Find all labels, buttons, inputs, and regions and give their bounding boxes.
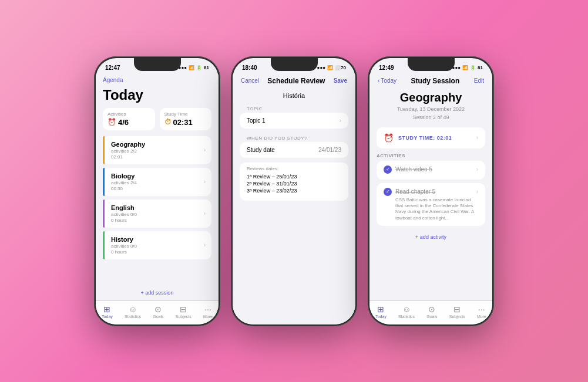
cancel-button[interactable]: Cancel [241,77,259,84]
eng-name: English [111,204,199,211]
time-3: 12:49 [379,65,394,71]
back-button[interactable]: ‹ Today [378,77,397,84]
bio-info: Biology activities 2/4 00:30 [109,173,199,191]
subject-geography[interactable]: Geography activities 2/2 02:01 › [103,136,211,164]
today-title: Today [96,87,219,108]
tab-stats-1[interactable]: ☺ Statistics [125,305,141,319]
tab-more-label-1: More [203,315,213,319]
activities-title: ACTIVITIES [377,153,485,158]
study-time-label: STUDY TIME: 02:01 [398,135,472,141]
study-date-section: Study date 24/01/23 [240,142,348,158]
geo-chevron: › [204,147,206,153]
status-icons-1: ●●● 📶 🔋 81 [179,65,209,70]
hist-detail1: activities 0/0 [111,244,199,249]
hist-bar [103,231,105,259]
save-button[interactable]: Save [334,77,347,84]
tab-subjects-3[interactable]: ⊟ Subjects [449,305,465,319]
tab-stats-3[interactable]: ☺ Statistics [398,305,415,319]
add-activity-button[interactable]: + add activity [377,229,485,245]
battery-value-3: 81 [478,65,483,70]
tab-stats-label-1: Statistics [125,315,141,319]
tab-today-icon-1: ⊞ [103,305,110,314]
tab-subjects-1[interactable]: ⊟ Subjects [176,305,191,319]
topic-row[interactable]: Topic 1 › [240,113,348,129]
tab-subjects-label-1: Subjects [176,315,191,319]
activities-label: Activities [107,111,150,117]
study-session-title: Study Session [411,77,460,85]
eng-bar [103,200,105,228]
geo-name: Geography [111,141,199,148]
eng-detail1: activities 0/0 [111,212,199,217]
study-date-value: 24/01/23 [318,147,341,153]
study-date-label: Study date [247,147,275,153]
phone-1: 12:47 ●●● 📶 🔋 81 Agenda Today Activities… [94,56,220,326]
subject-history[interactable]: History activities 0/0 0 hours › [103,231,211,259]
add-session-button[interactable]: + add session [96,285,219,300]
schedule-title: Schedule Review [267,77,325,85]
geo-info: Geography activities 2/2 02:01 [109,141,199,160]
geo-detail2: 02:01 [111,154,199,160]
tab-more-label-3: More [477,315,486,319]
activity-2-card[interactable]: ✓ Read chapter 5 › CSS Baltic was a case… [377,183,485,227]
check-icon-1: ✓ [384,165,392,174]
hist-info: History activities 0/0 0 hours [109,236,199,255]
activities-section: ACTIVITIES ✓ Watch video 5 › ✓ Read [377,153,485,300]
activity-2-row: ✓ Read chapter 5 › [384,188,478,196]
tab-goals-label-3: Goals [426,315,437,319]
activities-stat: Activities ⏰ 4/6 [103,108,155,130]
geo-main-title: Geography [369,91,492,104]
study-time-icon: ⏱ [164,118,172,126]
hist-name: History [111,236,199,243]
edit-button[interactable]: Edit [474,77,484,84]
tab-today-1[interactable]: ⊞ Today [102,305,113,319]
tab-more-3[interactable]: ··· More [477,305,486,319]
time-2: 18:40 [242,65,257,71]
tab-goals-3[interactable]: ⊙ Goals [426,305,437,319]
activity-2-chevron: › [476,188,478,195]
topic-value: Topic 1 [247,117,266,124]
notch-3 [408,58,455,71]
tab-goals-1[interactable]: ⊙ Goals [153,305,163,319]
geo-date: Tuesday, 13 December 2022 [369,106,492,113]
geo-detail1: activities 2/2 [111,148,199,154]
bio-bar [103,168,105,196]
phone-2: 18:40 ●●● 📶 ⬜70 Cancel Schedule Review S… [231,56,357,326]
tab-stats-label-3: Statistics [398,315,415,319]
tab-subjects-icon-1: ⊟ [180,305,187,314]
tab-goals-icon-1: ⊙ [154,305,162,314]
study-time-card[interactable]: ⏰ STUDY TIME: 02:01 › [377,127,485,148]
battery-icon-1: 🔋 [196,65,202,70]
tab-stats-icon-1: ☺ [129,305,137,314]
study-time-label: Study Time [164,111,207,117]
tab-goals-label-1: Goals [153,315,163,319]
subject-biology[interactable]: Biology activities 2/4 00:30 › [103,168,211,196]
activity-1-text: Watch video 5 [395,166,473,173]
bio-chevron: › [204,178,206,185]
hist-detail2: 0 hours [111,249,199,255]
tab-more-1[interactable]: ··· More [203,305,213,319]
status-icons-3: ●●● 📶 🔋 81 [452,65,483,70]
clock-icon: ⏰ [384,133,394,143]
geo-header: Geography Tuesday, 13 December 2022 Sess… [369,87,492,127]
study-time-stat: Study Time ⏱ 02:31 [160,108,212,130]
eng-detail2: 0 hours [111,218,199,223]
agenda-nav[interactable]: Agenda [96,75,219,87]
back-label: Today [381,77,397,84]
study-date-row[interactable]: Study date 24/01/23 [240,142,348,158]
tab-bar-3: ⊞ Today ☺ Statistics ⊙ Goals ⊟ Subjects … [369,300,492,324]
activity-1-card[interactable]: ✓ Watch video 5 › [377,161,485,180]
tab-goals-icon-3: ⊙ [428,305,435,314]
study-time-chevron: › [476,134,478,141]
tab-stats-icon-3: ☺ [402,305,411,314]
tab-today-label-1: Today [102,315,113,319]
battery-icon-3: 🔋 [470,65,476,70]
wifi-icon-3: 📶 [462,65,468,70]
activity-2-desc: CSS Baltic was a casemate ironclad that … [384,197,478,222]
subject-english[interactable]: English activities 0/0 0 hours › [103,200,211,228]
review-2: 2ª Review – 31/01/23 [247,181,341,187]
review-1: 1ª Review – 25/01/23 [247,174,341,180]
activities-icon: ⏰ [107,118,116,126]
topic-section-label: TOPIC [233,104,355,113]
tab-more-icon-1: ··· [204,305,211,314]
tab-today-3[interactable]: ⊞ Today [375,305,387,319]
